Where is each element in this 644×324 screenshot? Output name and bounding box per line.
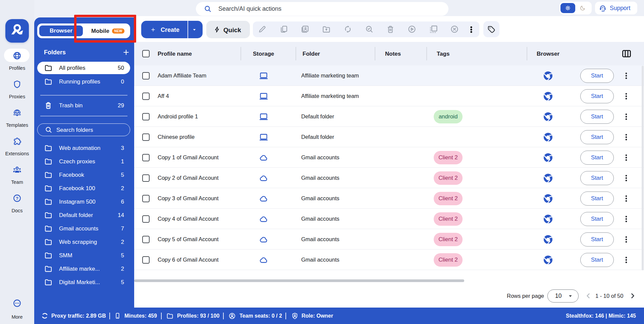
svg-text:?: ? <box>16 196 18 201</box>
